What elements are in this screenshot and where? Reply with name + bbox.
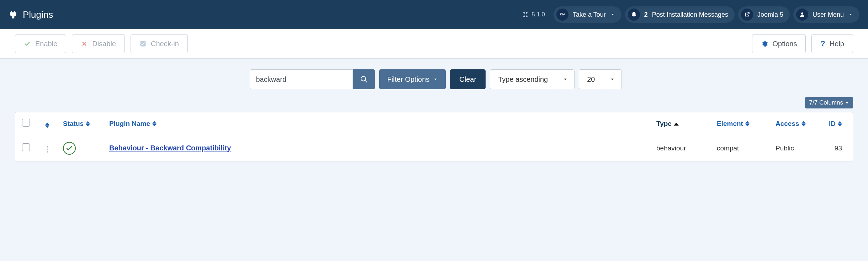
sort-icon	[86, 121, 90, 127]
row-actions-cell	[37, 135, 58, 161]
topbar: Plugins 5.1.0 Take a Tour 2 Post Install…	[0, 0, 868, 29]
post-install-button[interactable]: 2 Post Installation Messages	[625, 6, 735, 23]
limit-select[interactable]: 20	[579, 69, 621, 89]
chevron-down-icon	[603, 70, 621, 89]
take-tour-label: Take a Tour	[573, 11, 606, 18]
header-checkbox	[15, 112, 37, 135]
help-label: Help	[830, 40, 844, 48]
header-id[interactable]: ID	[824, 112, 853, 135]
action-toolbar: Enable Disable Check-in Options ? Help	[0, 29, 868, 59]
filter-inner: Filter Options Clear Type ascending 20	[247, 69, 622, 89]
columns-row: 7/7 Columns	[0, 89, 868, 112]
post-install-label: Post Installation Messages	[652, 11, 728, 18]
topbar-title-wrap: Plugins	[9, 9, 53, 20]
caret-down-icon	[845, 101, 849, 105]
filter-zone: Filter Options Clear Type ascending 20	[0, 59, 868, 89]
header-access[interactable]: Access	[771, 112, 824, 135]
search-input[interactable]	[250, 69, 353, 89]
columns-toggle[interactable]: 7/7 Columns	[805, 97, 853, 108]
clear-label: Clear	[459, 75, 476, 83]
sliders-icon	[556, 9, 568, 21]
row-name-cell: Behaviour - Backward Compatibility	[104, 135, 651, 161]
page-title: Plugins	[23, 9, 53, 20]
enable-label: Enable	[35, 40, 57, 48]
topbar-right: 5.1.0 Take a Tour 2 Post Installation Me…	[522, 6, 859, 23]
disable-label: Disable	[92, 40, 116, 48]
select-all-checkbox[interactable]	[22, 119, 30, 127]
header-plugin-name-label: Plugin Name	[109, 120, 150, 128]
header-ordering[interactable]	[37, 112, 58, 135]
x-icon	[81, 40, 88, 47]
user-menu-label: User Menu	[813, 11, 844, 18]
gear-icon	[761, 40, 768, 47]
status-enabled-icon[interactable]	[63, 142, 76, 155]
header-access-label: Access	[776, 120, 799, 128]
clear-button[interactable]: Clear	[450, 69, 486, 89]
version-text: 5.1.0	[531, 11, 545, 18]
help-button[interactable]: ? Help	[811, 34, 853, 53]
plugin-name-link[interactable]: Behaviour - Backward Compatibility	[109, 144, 231, 152]
row-id-cell: 93	[824, 135, 853, 161]
row-access-cell: Public	[771, 135, 824, 161]
checkbox-icon	[139, 40, 147, 47]
checkin-label: Check-in	[151, 40, 179, 48]
sort-icon	[152, 121, 157, 127]
header-status[interactable]: Status	[58, 112, 104, 135]
kebab-menu[interactable]	[44, 144, 50, 155]
toolbar-right: Options ? Help	[752, 34, 853, 53]
table-row: Behaviour - Backward Compatibility behav…	[15, 135, 853, 161]
columns-label: 7/7 Columns	[809, 99, 843, 106]
chevron-down-icon	[433, 77, 438, 82]
question-icon: ?	[820, 39, 825, 48]
limit-value: 20	[579, 75, 603, 84]
row-checkbox-cell	[15, 135, 37, 161]
user-menu-button[interactable]: User Menu	[793, 6, 859, 23]
header-element-label: Element	[717, 120, 743, 128]
take-tour-button[interactable]: Take a Tour	[554, 6, 621, 23]
header-element[interactable]: Element	[712, 112, 771, 135]
row-element-cell: compat	[712, 135, 771, 161]
search-icon	[360, 75, 368, 83]
header-type[interactable]: Type	[651, 112, 712, 135]
search-wrap	[250, 69, 375, 89]
frontend-link-button[interactable]: Joomla 5	[738, 6, 790, 23]
chevron-down-icon	[610, 12, 615, 17]
row-type-cell: behaviour	[651, 135, 712, 161]
notification-count: 2	[644, 11, 648, 18]
joomla-icon	[522, 11, 529, 18]
header-status-label: Status	[63, 120, 84, 128]
options-label: Options	[772, 40, 797, 48]
header-id-label: ID	[829, 120, 836, 128]
table-header-row: Status Plugin Name	[15, 112, 853, 135]
sort-icon	[45, 122, 49, 128]
chevron-down-icon	[556, 70, 574, 89]
disable-button[interactable]: Disable	[72, 34, 125, 53]
bell-icon	[628, 9, 640, 21]
external-link-icon	[741, 9, 753, 21]
sort-icon	[838, 121, 842, 127]
row-checkbox[interactable]	[22, 143, 30, 151]
options-button[interactable]: Options	[752, 34, 806, 53]
plugins-table-wrap: Status Plugin Name	[15, 112, 853, 161]
sort-value: Type ascending	[490, 75, 556, 84]
plug-icon	[9, 10, 18, 19]
frontend-label: Joomla 5	[757, 11, 783, 18]
check-icon	[66, 145, 73, 151]
row-status-cell	[58, 135, 104, 161]
filter-options-button[interactable]: Filter Options	[379, 69, 446, 89]
sort-asc-icon	[674, 120, 679, 128]
header-type-label: Type	[656, 120, 672, 128]
sort-icon	[745, 121, 750, 127]
checkin-button[interactable]: Check-in	[131, 34, 188, 53]
sort-select[interactable]: Type ascending	[490, 69, 575, 89]
header-plugin-name[interactable]: Plugin Name	[104, 112, 651, 135]
check-icon	[24, 40, 31, 47]
chevron-down-icon	[848, 12, 853, 17]
enable-button[interactable]: Enable	[15, 34, 66, 53]
filter-options-label: Filter Options	[387, 75, 429, 84]
plugins-table: Status Plugin Name	[15, 112, 853, 161]
user-icon	[796, 9, 808, 21]
search-button[interactable]	[353, 69, 375, 89]
sort-icon	[801, 121, 806, 127]
version-label: 5.1.0	[522, 11, 545, 18]
